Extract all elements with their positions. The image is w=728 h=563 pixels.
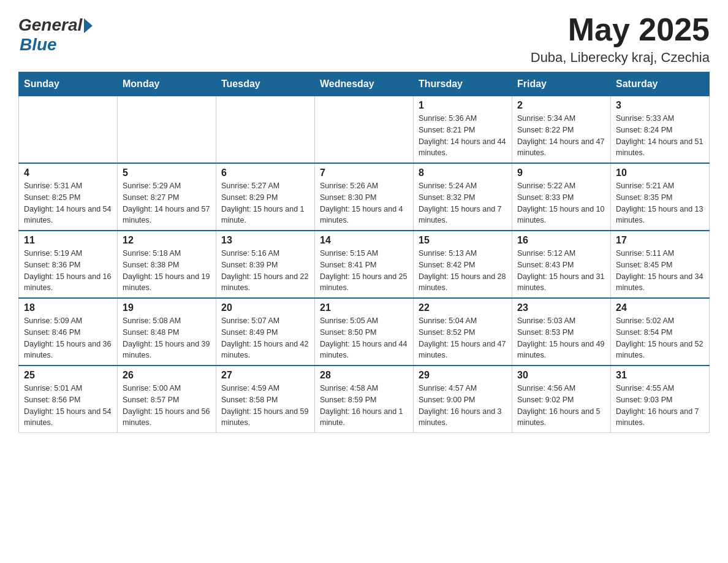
day-info: Sunrise: 5:03 AMSunset: 8:53 PMDaylight:… (517, 315, 605, 361)
day-info: Sunrise: 5:29 AMSunset: 8:27 PMDaylight:… (123, 180, 211, 226)
col-saturday: Saturday (611, 72, 710, 96)
day-number: 18 (24, 302, 112, 313)
month-year-title: May 2025 (531, 12, 710, 47)
location-subtitle: Duba, Liberecky kraj, Czechia (531, 50, 710, 66)
day-number: 14 (320, 235, 408, 246)
day-number: 23 (517, 302, 605, 313)
day-info: Sunrise: 5:19 AMSunset: 8:36 PMDaylight:… (24, 248, 112, 294)
day-info: Sunrise: 5:34 AMSunset: 8:22 PMDaylight:… (517, 113, 605, 159)
calendar-cell: 29Sunrise: 4:57 AMSunset: 9:00 PMDayligh… (414, 366, 512, 433)
day-info: Sunrise: 5:02 AMSunset: 8:54 PMDaylight:… (616, 315, 704, 361)
day-number: 17 (616, 235, 704, 246)
calendar-cell: 2Sunrise: 5:34 AMSunset: 8:22 PMDaylight… (512, 96, 611, 164)
day-number: 20 (221, 302, 309, 313)
logo-blue-text: Blue (20, 35, 57, 55)
day-info: Sunrise: 5:04 AMSunset: 8:52 PMDaylight:… (419, 315, 507, 361)
logo-arrow-icon (84, 18, 93, 33)
calendar-cell (315, 96, 414, 164)
logo: General Blue (18, 12, 93, 55)
day-info: Sunrise: 4:57 AMSunset: 9:00 PMDaylight:… (419, 383, 507, 429)
title-area: May 2025 Duba, Liberecky kraj, Czechia (531, 12, 710, 66)
day-number: 10 (616, 167, 704, 178)
calendar-cell: 21Sunrise: 5:05 AMSunset: 8:50 PMDayligh… (315, 298, 414, 366)
calendar-cell: 3Sunrise: 5:33 AMSunset: 8:24 PMDaylight… (611, 96, 710, 164)
col-sunday: Sunday (19, 72, 118, 96)
day-info: Sunrise: 5:24 AMSunset: 8:32 PMDaylight:… (419, 180, 507, 226)
calendar-cell: 4Sunrise: 5:31 AMSunset: 8:25 PMDaylight… (19, 163, 118, 231)
day-number: 30 (517, 370, 605, 381)
logo-general-text: General (18, 15, 82, 35)
day-info: Sunrise: 5:12 AMSunset: 8:43 PMDaylight:… (517, 248, 605, 294)
calendar-cell: 10Sunrise: 5:21 AMSunset: 8:35 PMDayligh… (611, 163, 710, 231)
day-info: Sunrise: 5:36 AMSunset: 8:21 PMDaylight:… (419, 113, 507, 159)
day-number: 13 (221, 235, 309, 246)
day-number: 27 (221, 370, 309, 381)
calendar-cell (118, 96, 216, 164)
calendar-cell: 16Sunrise: 5:12 AMSunset: 8:43 PMDayligh… (512, 231, 611, 298)
day-info: Sunrise: 5:31 AMSunset: 8:25 PMDaylight:… (24, 180, 112, 226)
calendar-cell: 15Sunrise: 5:13 AMSunset: 8:42 PMDayligh… (414, 231, 512, 298)
calendar-cell: 30Sunrise: 4:56 AMSunset: 9:02 PMDayligh… (512, 366, 611, 433)
day-info: Sunrise: 5:13 AMSunset: 8:42 PMDaylight:… (419, 248, 507, 294)
col-monday: Monday (118, 72, 216, 96)
day-info: Sunrise: 5:16 AMSunset: 8:39 PMDaylight:… (221, 248, 309, 294)
col-friday: Friday (512, 72, 611, 96)
calendar-cell: 26Sunrise: 5:00 AMSunset: 8:57 PMDayligh… (118, 366, 216, 433)
col-tuesday: Tuesday (216, 72, 315, 96)
calendar-cell: 11Sunrise: 5:19 AMSunset: 8:36 PMDayligh… (19, 231, 118, 298)
calendar-cell: 20Sunrise: 5:07 AMSunset: 8:49 PMDayligh… (216, 298, 315, 366)
day-info: Sunrise: 5:11 AMSunset: 8:45 PMDaylight:… (616, 248, 704, 294)
calendar-cell: 18Sunrise: 5:09 AMSunset: 8:46 PMDayligh… (19, 298, 118, 366)
day-number: 7 (320, 167, 408, 178)
calendar-cell: 9Sunrise: 5:22 AMSunset: 8:33 PMDaylight… (512, 163, 611, 231)
calendar-cell: 25Sunrise: 5:01 AMSunset: 8:56 PMDayligh… (19, 366, 118, 433)
calendar-cell: 27Sunrise: 4:59 AMSunset: 8:58 PMDayligh… (216, 366, 315, 433)
day-number: 28 (320, 370, 408, 381)
day-number: 12 (123, 235, 211, 246)
day-number: 4 (24, 167, 112, 178)
day-number: 3 (616, 100, 704, 111)
day-number: 25 (24, 370, 112, 381)
page-header: General Blue May 2025 Duba, Liberecky kr… (18, 12, 710, 66)
day-info: Sunrise: 4:59 AMSunset: 8:58 PMDaylight:… (221, 383, 309, 429)
day-number: 26 (123, 370, 211, 381)
day-info: Sunrise: 5:01 AMSunset: 8:56 PMDaylight:… (24, 383, 112, 429)
day-number: 6 (221, 167, 309, 178)
day-info: Sunrise: 5:15 AMSunset: 8:41 PMDaylight:… (320, 248, 408, 294)
calendar-cell: 1Sunrise: 5:36 AMSunset: 8:21 PMDaylight… (414, 96, 512, 164)
calendar-cell (216, 96, 315, 164)
day-number: 5 (123, 167, 211, 178)
day-number: 9 (517, 167, 605, 178)
day-info: Sunrise: 5:27 AMSunset: 8:29 PMDaylight:… (221, 180, 309, 226)
day-info: Sunrise: 5:18 AMSunset: 8:38 PMDaylight:… (123, 248, 211, 294)
calendar-cell: 22Sunrise: 5:04 AMSunset: 8:52 PMDayligh… (414, 298, 512, 366)
calendar-cell: 5Sunrise: 5:29 AMSunset: 8:27 PMDaylight… (118, 163, 216, 231)
col-wednesday: Wednesday (315, 72, 414, 96)
day-info: Sunrise: 5:33 AMSunset: 8:24 PMDaylight:… (616, 113, 704, 159)
day-info: Sunrise: 4:58 AMSunset: 8:59 PMDaylight:… (320, 383, 408, 429)
calendar-cell (19, 96, 118, 164)
day-number: 24 (616, 302, 704, 313)
day-info: Sunrise: 5:07 AMSunset: 8:49 PMDaylight:… (221, 315, 309, 361)
day-info: Sunrise: 5:00 AMSunset: 8:57 PMDaylight:… (123, 383, 211, 429)
day-number: 22 (419, 302, 507, 313)
day-number: 8 (419, 167, 507, 178)
day-number: 16 (517, 235, 605, 246)
calendar-header-row: Sunday Monday Tuesday Wednesday Thursday… (19, 72, 710, 96)
day-info: Sunrise: 5:09 AMSunset: 8:46 PMDaylight:… (24, 315, 112, 361)
day-number: 31 (616, 370, 704, 381)
day-number: 2 (517, 100, 605, 111)
day-info: Sunrise: 5:08 AMSunset: 8:48 PMDaylight:… (123, 315, 211, 361)
calendar-cell: 13Sunrise: 5:16 AMSunset: 8:39 PMDayligh… (216, 231, 315, 298)
calendar-cell: 8Sunrise: 5:24 AMSunset: 8:32 PMDaylight… (414, 163, 512, 231)
calendar-cell: 31Sunrise: 4:55 AMSunset: 9:03 PMDayligh… (611, 366, 710, 433)
day-number: 21 (320, 302, 408, 313)
calendar-cell: 14Sunrise: 5:15 AMSunset: 8:41 PMDayligh… (315, 231, 414, 298)
day-number: 19 (123, 302, 211, 313)
calendar-cell: 17Sunrise: 5:11 AMSunset: 8:45 PMDayligh… (611, 231, 710, 298)
day-info: Sunrise: 5:05 AMSunset: 8:50 PMDaylight:… (320, 315, 408, 361)
col-thursday: Thursday (414, 72, 512, 96)
calendar-cell: 12Sunrise: 5:18 AMSunset: 8:38 PMDayligh… (118, 231, 216, 298)
day-number: 29 (419, 370, 507, 381)
calendar-table: Sunday Monday Tuesday Wednesday Thursday… (18, 72, 710, 433)
